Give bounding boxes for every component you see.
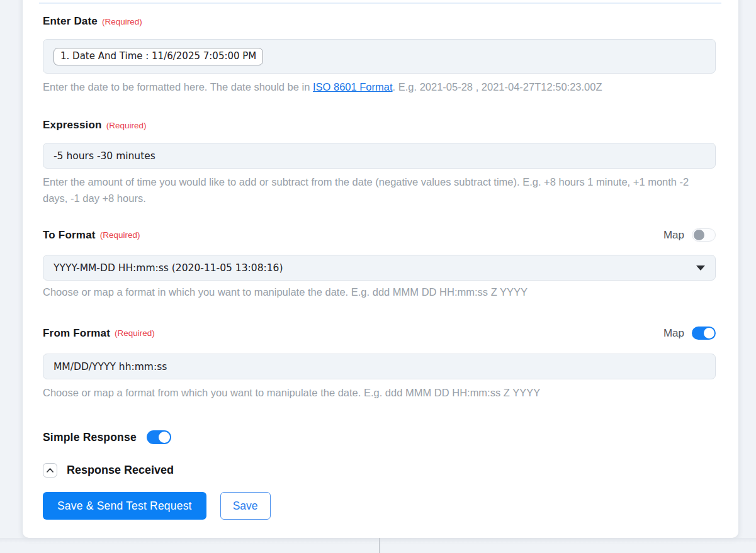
chevron-down-icon	[696, 265, 705, 271]
enter-date-input[interactable]: 1. Date And Time : 11/6/2025 7:05:00 PM	[43, 39, 716, 74]
to-format-map-label: Map	[663, 229, 684, 242]
from-format-input[interactable]: MM/DD/YYYY hh:mm:ss	[43, 354, 716, 379]
form-card: Enter Date (Required) 1. Date And Time :…	[23, 0, 738, 538]
from-format-label-row: From Format (Required) Map	[43, 327, 716, 340]
to-format-map-toggle[interactable]	[692, 228, 716, 242]
simple-response-toggle[interactable]	[147, 430, 171, 444]
from-format-label: From Format	[43, 327, 110, 340]
from-format-help: Choose or map a format from which you wa…	[43, 384, 716, 401]
collapse-response-button[interactable]	[43, 463, 57, 478]
expression-label-row: Expression (Required)	[43, 119, 716, 131]
to-format-help: Choose or map a format in which you want…	[43, 284, 716, 300]
enter-date-label-row: Enter Date (Required)	[43, 15, 716, 28]
from-format-required-badge: (Required)	[115, 328, 155, 338]
enter-date-help-suffix: . E.g. 2021-05-28 , 2021-04-27T12:50:23.…	[393, 81, 602, 92]
to-format-label: To Format	[43, 229, 96, 242]
chevron-up-icon	[47, 468, 54, 472]
enter-date-required-badge: (Required)	[102, 17, 142, 26]
expression-label: Expression	[43, 119, 102, 131]
response-received-row: Response Received	[43, 463, 174, 478]
workflow-connector-line	[379, 538, 380, 553]
action-buttons-row: Save & Send Test Request Save	[43, 492, 271, 520]
expression-input[interactable]: -5 hours -30 minutes	[43, 143, 716, 169]
from-format-map-label: Map	[663, 327, 684, 340]
enter-date-help: Enter the date to be formatted here. The…	[43, 79, 716, 95]
to-format-label-row: To Format (Required) Map	[43, 228, 716, 242]
toggle-knob	[704, 328, 714, 338]
save-send-test-request-button[interactable]: Save & Send Test Request	[43, 492, 206, 520]
card-bottom-shadow	[0, 538, 756, 543]
simple-response-label: Simple Response	[43, 431, 137, 444]
to-format-required-badge: (Required)	[100, 230, 140, 240]
iso-8601-link[interactable]: ISO 8601 Format	[313, 81, 393, 92]
simple-response-row: Simple Response	[43, 430, 171, 444]
from-format-map-toggle[interactable]	[692, 327, 716, 340]
section-divider	[39, 3, 721, 4]
save-button[interactable]: Save	[220, 492, 271, 520]
enter-date-help-prefix: Enter the date to be formatted here. The…	[43, 81, 313, 92]
to-format-value: YYYY-MM-DD HH:mm:ss (2020-11-05 13:08:16…	[54, 262, 283, 274]
expression-value: -5 hours -30 minutes	[54, 150, 155, 162]
toggle-knob	[159, 432, 170, 443]
expression-help: Enter the amount of time you would like …	[43, 174, 716, 206]
expression-required-badge: (Required)	[106, 121, 147, 130]
mapped-date-token[interactable]: 1. Date And Time : 11/6/2025 7:05:00 PM	[54, 48, 263, 65]
toggle-knob	[694, 230, 704, 240]
from-format-map-group: Map	[663, 327, 716, 340]
enter-date-label: Enter Date	[43, 15, 98, 28]
to-format-map-group: Map	[663, 228, 716, 242]
to-format-select[interactable]: YYYY-MM-DD HH:mm:ss (2020-11-05 13:08:16…	[43, 255, 716, 281]
from-format-value: MM/DD/YYYY hh:mm:ss	[54, 361, 167, 372]
response-received-label: Response Received	[67, 464, 174, 477]
